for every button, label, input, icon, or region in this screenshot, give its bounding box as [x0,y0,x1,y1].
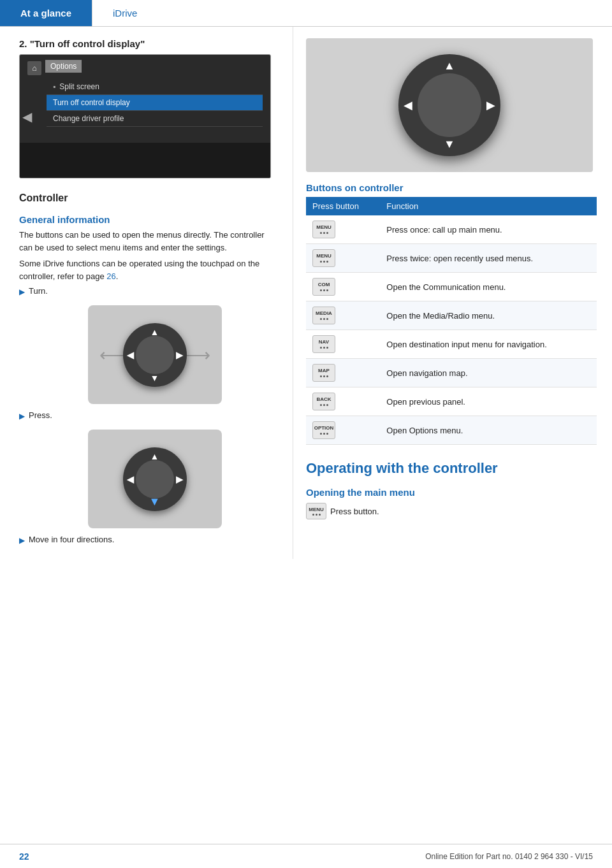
badge-dot [323,232,325,234]
badge-dot [320,289,322,291]
badge-dot [323,318,325,320]
badge-dot [320,347,322,349]
turn-label: Turn. [29,286,48,296]
main-content: 2. "Turn off control display" ⌂ Options … [0,27,612,559]
left-column: 2. "Turn off control display" ⌂ Options … [0,27,293,559]
button-badge: COM [312,278,335,296]
press-label: Press. [29,410,52,420]
large-disc-arrow-bottom-icon: ▼ [444,138,455,151]
screen-mockup: ⌂ Options ▪Split screen Turn off control… [19,54,271,178]
badge-dot [323,289,325,291]
badge-dot [320,433,322,435]
page-header: At a glance iDrive [0,0,612,27]
badge-dot [323,404,325,406]
page-footer: 22 Online Edition for Part no. 0140 2 96… [0,844,612,868]
controller-press-image: ▲ ◀ ▶ ▼ [88,430,222,528]
button-badge: MEDIA [312,307,335,324]
table-row: OPTIONOpen Options menu. [306,416,597,445]
table-row: NAVOpen destination input menu for navig… [306,330,597,359]
footer-citation: Online Edition for Part no. 0140 2 964 3… [425,852,593,861]
button-badge: NAV [312,335,335,353]
button-badge: MENU [312,249,335,267]
opening-menu-instruction: MENU Press button. [306,503,597,519]
function-cell: Press twice: open recently used menus. [380,244,597,273]
move-label: Move in four directions. [29,535,114,544]
options-bar: Options [45,60,82,73]
function-cell: Open previous panel. [380,387,597,416]
tab-idrive[interactable]: iDrive [92,0,157,26]
badge-dot [326,318,328,320]
large-disc-arrow-left-icon: ◀ [404,98,412,112]
badge-dot [320,318,322,320]
left-turn-arrow-icon: ⟵ [99,344,125,365]
badge-dot [326,375,328,377]
disc-arrow-bottom-icon: ▼ [150,373,159,383]
button-cell: OPTION [306,416,380,445]
badge-dot [323,375,325,377]
table-row: MENUPress twice: open recently used menu… [306,244,597,273]
general-info-heading: General information [19,214,277,225]
large-disc-arrow-top-icon: ▲ [444,59,455,73]
function-cell: Open navigation map. [380,359,597,387]
function-cell: Open the Media/Radio menu. [380,301,597,330]
controller-turn-image: ⟵ ⟶ ▲ ◀ ▶ ▼ [88,305,222,404]
turn-bullet: ▶ Turn. [19,286,277,296]
controller-disc-inner-press [136,460,174,498]
operating-heading: Operating with the controller [306,460,597,477]
disc-press-arrow-top-icon: ▲ [150,451,159,461]
disc-press-arrow-left-icon: ◀ [127,474,134,484]
badge-dots [320,375,328,377]
disc-arrow-right-icon: ▶ [176,350,183,360]
menu-item-driver: Change driver profile [47,111,263,127]
move-bullet-arrow: ▶ [19,536,25,545]
home-icon: ⌂ [27,61,41,75]
badge-dot [320,261,322,263]
button-cell: MEDIA [306,301,380,330]
opening-menu-heading: Opening the main menu [306,487,597,498]
button-cell: MENU [306,244,380,273]
table-row: BACKOpen previous panel. [306,387,597,416]
controller-heading: Controller [19,192,277,204]
badge-dots [320,318,328,320]
menu-btn-dots [312,514,321,516]
turn-bullet-arrow: ▶ [19,287,25,296]
general-info-para1: The buttons can be used to open the menu… [19,229,277,254]
menu-item-turnoff: Turn off control display [47,95,263,111]
badge-dots [320,232,328,234]
table-row: COMOpen the Communication menu. [306,273,597,301]
page-link[interactable]: 26 [106,271,115,281]
disc-arrow-left-icon: ◀ [127,350,134,360]
dot2 [316,514,317,516]
button-cell: MENU [306,215,380,244]
badge-dot [326,433,328,435]
controller-section: Controller General information The butto… [19,192,277,545]
table-row: MEDIAOpen the Media/Radio menu. [306,301,597,330]
table-row: MENUPress once: call up main menu. [306,215,597,244]
controller-large-disc: ▲ ◀ ▶ ▼ [398,54,500,156]
buttons-section-heading: Buttons on controller [306,182,597,193]
badge-dot [326,289,328,291]
move-bullet: ▶ Move in four directions. [19,535,277,545]
dot1 [312,514,314,516]
disc-arrow-top-icon: ▲ [150,327,159,337]
buttons-table: Press button Function MENUPress once: ca… [306,197,597,445]
button-cell: MAP [306,359,380,387]
col-header-function: Function [380,197,597,215]
table-row: MAPOpen navigation map. [306,359,597,387]
screen-left-arrow-icon: ◀ [20,106,34,127]
function-cell: Open destination input menu for navigati… [380,330,597,359]
controller-disc-press: ▲ ◀ ▶ ▼ [123,447,187,511]
tab-at-a-glance[interactable]: At a glance [0,0,92,26]
badge-dots [320,404,328,406]
badge-dot [323,433,325,435]
button-badge: OPTION [312,421,335,439]
press-bullet: ▶ Press. [19,410,277,421]
badge-dot [320,404,322,406]
button-badge: MAP [312,364,335,382]
badge-dot [326,347,328,349]
badge-dots [320,433,328,435]
step-number: 2. "Turn off control display" [19,38,277,49]
disc-press-arrow-right-icon: ▶ [176,474,183,484]
press-down-arrow-icon: ▼ [149,495,161,509]
controller-disc-turn: ▲ ◀ ▶ ▼ [123,323,187,387]
